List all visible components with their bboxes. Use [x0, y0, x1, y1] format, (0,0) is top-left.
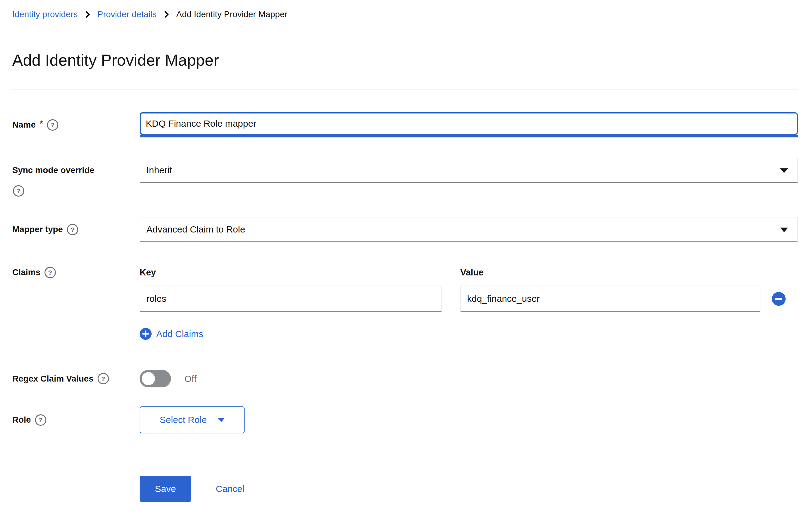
add-claims-label: Add Claims [156, 329, 203, 339]
breadcrumb-link-identity-providers[interactable]: Identity providers [12, 9, 78, 20]
claim-value-input[interactable] [460, 285, 760, 312]
toggle-knob-icon [142, 372, 155, 385]
claims-label: Claims [12, 267, 41, 278]
claims-field-row: Claims ? Key Value [12, 267, 798, 341]
chevron-right-icon [163, 11, 170, 18]
add-claims-button[interactable]: Add Claims [140, 328, 203, 340]
claims-control: Key Value [140, 267, 798, 341]
save-button[interactable]: Save [140, 476, 191, 502]
claims-label-group: Claims ? [12, 267, 140, 278]
claims-row: Key Value [140, 267, 798, 312]
regex-field-row: Regex Claim Values ? Off [12, 370, 798, 387]
regex-control: Off [140, 370, 798, 387]
select-role-label: Select Role [160, 415, 206, 425]
remove-claim-button[interactable] [772, 292, 786, 306]
mapper-type-field-row: Mapper type ? Advanced Claim to Role [12, 217, 798, 242]
mapper-type-control: Advanced Claim to Role [140, 217, 798, 242]
mapper-form: Name * ? Sync mode override ? [12, 112, 798, 502]
sync-mode-label: Sync mode override [12, 165, 95, 175]
name-label: Name [12, 120, 35, 130]
cancel-link[interactable]: Cancel [216, 484, 244, 494]
mapper-type-label: Mapper type [12, 224, 63, 235]
minus-circle-icon [775, 298, 782, 300]
breadcrumb: Identity providers Provider details Add … [12, 9, 798, 20]
regex-label-group: Regex Claim Values ? [12, 373, 140, 384]
mapper-type-label-group: Mapper type ? [12, 224, 140, 235]
regex-help-icon[interactable]: ? [98, 373, 109, 384]
regex-state-label: Off [185, 373, 197, 384]
select-role-button[interactable]: Select Role [140, 407, 245, 433]
name-input-focus-wrap [140, 112, 798, 137]
sync-mode-control: Inherit [140, 158, 798, 183]
caret-down-icon [780, 168, 788, 173]
add-idp-mapper-page: Identity providers Provider details Add … [0, 9, 812, 502]
role-label: Role [12, 415, 31, 425]
name-label-group: Name * ? [12, 119, 140, 131]
chevron-right-icon [84, 11, 90, 18]
mapper-type-help-icon[interactable]: ? [67, 224, 78, 235]
name-input[interactable] [140, 112, 798, 135]
regex-toggle[interactable] [140, 370, 171, 387]
name-control [140, 112, 798, 137]
title-divider [12, 90, 798, 90]
page-title: Add Identity Provider Mapper [12, 49, 798, 71]
plus-circle-icon [140, 328, 151, 340]
claim-key-column: Key [140, 267, 442, 312]
role-field-row: Role ? Select Role [12, 407, 798, 433]
breadcrumb-current: Add Identity Provider Mapper [176, 9, 288, 20]
claims-value-header: Value [460, 267, 760, 278]
name-field-row: Name * ? [12, 112, 798, 137]
name-help-icon[interactable]: ? [47, 119, 58, 131]
regex-claim-values-label: Regex Claim Values [12, 373, 93, 384]
claim-remove-column [772, 267, 786, 312]
claims-help-icon[interactable]: ? [44, 267, 56, 278]
name-required-asterisk: * [40, 119, 43, 129]
role-control: Select Role [140, 407, 798, 433]
breadcrumb-link-provider-details[interactable]: Provider details [97, 9, 157, 20]
sync-mode-field-row: Sync mode override ? Inherit [12, 158, 798, 196]
sync-mode-select[interactable]: Inherit [140, 158, 798, 183]
claims-key-header: Key [140, 267, 442, 278]
caret-down-icon [218, 418, 224, 422]
caret-down-icon [780, 227, 788, 232]
mapper-type-selected-value: Advanced Claim to Role [146, 224, 245, 235]
role-help-icon[interactable]: ? [35, 414, 46, 426]
role-label-group: Role ? [12, 414, 140, 426]
sync-mode-help-icon[interactable]: ? [13, 185, 24, 196]
claim-key-input[interactable] [140, 285, 442, 312]
mapper-type-select[interactable]: Advanced Claim to Role [140, 217, 798, 242]
sync-mode-selected-value: Inherit [146, 165, 172, 175]
sync-mode-label-group: Sync mode override ? [12, 158, 140, 196]
form-actions: Save Cancel [12, 476, 798, 502]
claim-value-column: Value [460, 267, 760, 312]
